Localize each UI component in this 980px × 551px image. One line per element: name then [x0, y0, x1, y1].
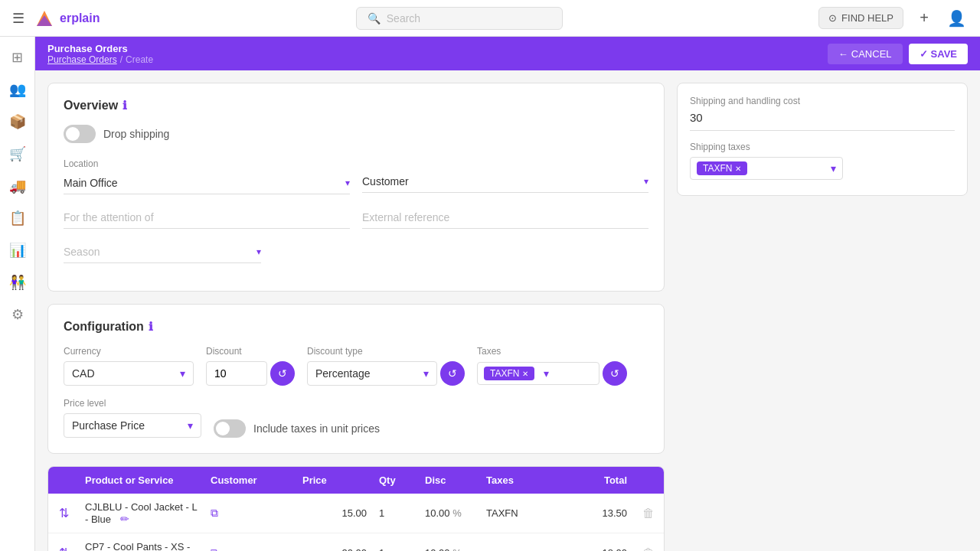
- discount-type-select[interactable]: Percentage ▾: [307, 361, 437, 386]
- row1-sort-icon[interactable]: ⇅: [48, 498, 79, 528]
- sidebar-item-products[interactable]: 📦: [3, 107, 32, 136]
- table-row: ⇅ CJLBLU - Cool Jacket - L - Blue ✏ ⧉ 15…: [48, 494, 664, 533]
- top-nav-right: ⊙ FIND HELP + 👤: [818, 7, 968, 30]
- taxes-chevron-icon: ▾: [544, 367, 549, 380]
- discount-type-refresh-button[interactable]: ↺: [440, 361, 465, 386]
- include-taxes-label: Include taxes in unit prices: [253, 422, 380, 435]
- row1-copy-icon[interactable]: ⧉: [211, 507, 218, 519]
- customer-group: Customer ▾: [362, 158, 648, 194]
- cancel-button[interactable]: ← CANCEL: [828, 44, 903, 64]
- breadcrumb: Purchase Orders / Create: [47, 54, 153, 65]
- taxes-label: Taxes: [477, 346, 627, 357]
- row2-total: 18.00: [541, 540, 633, 551]
- breadcrumb-parent[interactable]: Purchase Orders: [47, 54, 117, 65]
- shipping-taxes-tag: TAXFN ✕: [697, 161, 747, 175]
- search-icon: 🔍: [368, 12, 381, 24]
- discount-input[interactable]: [206, 361, 267, 386]
- discount-type-group: Discount type Percentage ▾ ↺: [307, 346, 465, 386]
- include-taxes-row: Include taxes in unit prices: [214, 419, 380, 438]
- th-qty: Qty: [373, 467, 419, 494]
- row2-sort-icon[interactable]: ⇅: [48, 538, 79, 551]
- th-disc: Disc: [419, 467, 480, 494]
- customer-value: Customer: [362, 175, 409, 187]
- row1-delete-icon[interactable]: 🗑: [633, 499, 664, 528]
- th-sort: [48, 467, 79, 494]
- customer-select[interactable]: Customer ▾: [362, 171, 648, 193]
- row1-taxes: TAXFN: [480, 500, 541, 527]
- currency-value: CAD: [72, 367, 95, 380]
- user-icon[interactable]: 👤: [945, 7, 968, 30]
- sidebar-item-purchasing[interactable]: 🚚: [3, 171, 32, 201]
- shipping-taxes-select[interactable]: TAXFN ✕ ▾: [690, 157, 843, 180]
- row1-disc: 10.00 %: [419, 500, 480, 527]
- drop-shipping-row: Drop shipping: [64, 125, 648, 143]
- location-value: Main Office: [64, 177, 118, 189]
- hamburger-icon[interactable]: ☰: [12, 10, 24, 27]
- discount-refresh-button[interactable]: ↺: [270, 361, 295, 386]
- sidebar-item-orders[interactable]: 📋: [3, 204, 32, 233]
- location-select[interactable]: Main Office ▾: [64, 172, 350, 194]
- find-help-button[interactable]: ⊙ FIND HELP: [818, 7, 903, 29]
- save-check-icon: ✓: [920, 48, 928, 60]
- logo-svg: [34, 8, 55, 29]
- season-placeholder: Season: [64, 246, 100, 258]
- shipping-taxes-chevron-icon: ▾: [831, 162, 836, 174]
- location-customer-row: Location Main Office ▾ Customer ▾: [64, 158, 648, 194]
- sidebar-item-contacts[interactable]: 👥: [3, 75, 32, 104]
- search-placeholder: Search: [387, 12, 420, 24]
- price-level-select[interactable]: Purchase Price ▾: [64, 413, 201, 438]
- include-taxes-toggle[interactable]: [214, 419, 246, 438]
- drop-shipping-toggle[interactable]: [64, 125, 96, 143]
- add-button[interactable]: +: [913, 7, 936, 30]
- shipping-taxes-tag-remove[interactable]: ✕: [735, 165, 741, 173]
- ext-reference-input[interactable]: [362, 207, 648, 229]
- sidebar-item-settings[interactable]: ⚙: [3, 300, 32, 329]
- season-select[interactable]: Season ▾: [64, 241, 261, 263]
- configuration-info-icon[interactable]: ℹ: [149, 320, 153, 334]
- attention-group: [64, 207, 350, 229]
- season-row: Season ▾: [64, 241, 648, 263]
- drop-shipping-label: Drop shipping: [103, 128, 169, 140]
- season-group: Season ▾: [64, 241, 261, 263]
- currency-group: Currency CAD ▾: [64, 346, 194, 386]
- left-panel: Overview ℹ Drop shipping Location Main O…: [47, 83, 665, 551]
- discount-label: Discount: [206, 346, 295, 357]
- row1-customer: ⧉: [204, 499, 296, 527]
- svg-marker-1: [37, 15, 52, 26]
- row2-product: CP7 - Cool Pants - XS - Black ✏: [79, 533, 204, 551]
- price-level-value: Purchase Price: [72, 419, 145, 432]
- sidebar-item-analytics[interactable]: 📊: [3, 236, 32, 265]
- shipping-card: Shipping and handling cost 30 Shipping t…: [677, 83, 968, 196]
- th-total: Total: [541, 467, 633, 494]
- taxes-select[interactable]: TAXFN ✕ ▾: [477, 362, 599, 385]
- row1-price: 15.00: [296, 500, 373, 527]
- row2-delete-icon[interactable]: 🗑: [633, 539, 664, 552]
- row2-disc: 10.00 %: [419, 540, 480, 551]
- price-level-chevron-icon: ▾: [188, 419, 193, 432]
- row2-copy-icon[interactable]: ⧉: [211, 546, 218, 551]
- save-button[interactable]: ✓ SAVE: [909, 44, 968, 64]
- price-level-group: Price level Purchase Price ▾: [64, 398, 201, 438]
- overview-card: Overview ℹ Drop shipping Location Main O…: [47, 83, 665, 292]
- taxes-tag-remove[interactable]: ✕: [522, 370, 528, 378]
- customer-chevron-icon: ▾: [644, 176, 648, 187]
- discount-type-value: Percentage: [315, 367, 371, 380]
- page-title: Purchase Orders: [47, 43, 153, 54]
- sidebar-item-dashboard[interactable]: ⊞: [3, 43, 32, 72]
- attention-input[interactable]: [64, 207, 350, 229]
- currency-select[interactable]: CAD ▾: [64, 361, 194, 386]
- row2-taxes: [480, 546, 541, 552]
- discount-type-chevron-icon: ▾: [423, 367, 429, 380]
- sidebar-item-sales[interactable]: 🛒: [3, 139, 32, 168]
- row1-total: 13.50: [541, 500, 633, 527]
- location-chevron-icon: ▾: [345, 178, 350, 188]
- overview-info-icon[interactable]: ℹ: [122, 99, 127, 112]
- taxes-refresh-button[interactable]: ↺: [603, 361, 627, 386]
- currency-chevron-icon: ▾: [180, 367, 185, 380]
- row1-edit-icon[interactable]: ✏: [120, 513, 129, 525]
- search-bar[interactable]: 🔍 Search: [356, 7, 563, 30]
- attention-reference-row: [64, 207, 648, 229]
- line-items-table: Product or Service Customer Price Qty Di…: [47, 466, 665, 551]
- shipping-taxes-row: TAXFN ✕ ▾: [690, 157, 955, 180]
- sidebar-item-team[interactable]: 👫: [3, 268, 32, 297]
